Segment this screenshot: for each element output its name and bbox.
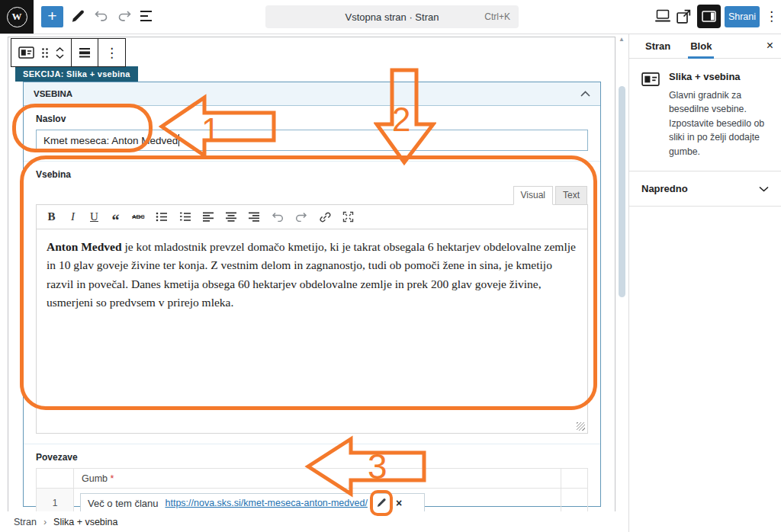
block-card: Slika + vsebina Glavni gradnik za besedi… [629,59,781,171]
align-icon [79,46,91,59]
align-center-icon [226,212,237,223]
advanced-panel-toggle[interactable]: Napredno [629,171,781,207]
scroll-up-arrow[interactable]: ▲ [619,36,625,43]
external-link-icon [677,9,691,24]
align-center-button[interactable] [226,212,237,223]
tab-text[interactable]: Text [555,186,587,205]
vsebina-panel-header[interactable]: VSEBINA [24,82,600,106]
panel-title: VSEBINA [34,89,72,98]
redo-icon [116,8,133,23]
tab-blok[interactable]: Blok [680,34,722,58]
tab-visual[interactable]: Visual [513,186,553,205]
block-switcher-button[interactable] [18,46,34,59]
block-card-description: Glavni gradnik za besedilne vsebine. Izp… [669,88,769,159]
align-left-icon [203,212,214,223]
drag-handle[interactable] [41,47,49,59]
pencil-icon [70,9,85,24]
bold-button[interactable]: B [47,210,56,223]
chevron-down-icon [759,186,769,192]
content-rest: je kot mladostnik prevzel domačo kmetijo… [47,240,576,309]
link-value-box[interactable]: Več o tem članu https://nova.sks.si/kmet… [80,493,425,513]
blockquote-button[interactable]: “ [111,216,121,224]
tab-stran[interactable]: Stran [635,34,680,58]
undo-icon [272,212,284,222]
gumb-header-label: Gumb [82,473,108,484]
settings-sidebar: Stran Blok × Slika + vsebina Glavni grad… [628,34,781,532]
text-cursor [178,134,179,146]
align-button[interactable] [79,46,91,59]
save-button[interactable]: Shrani [725,6,760,27]
povezave-label: Povezave [36,452,588,463]
preview-button[interactable] [654,9,671,24]
breadcrumb-stran[interactable]: Stran [14,517,37,527]
vsebina-label: Vsebina [36,169,588,180]
rte-content-area[interactable]: Anton Medved je kot mladostnik prevzel d… [36,229,588,434]
breadcrumb-current: Slika + vsebina [53,517,117,527]
naslov-field: Naslov Kmet meseca: Anton Medved [24,106,600,162]
block-options-button[interactable]: ⋮ [105,45,118,61]
align-right-icon [249,212,260,223]
align-left-button[interactable] [203,212,214,223]
undo-icon [93,8,110,23]
fullscreen-button[interactable] [342,211,354,223]
move-up-button[interactable] [56,47,64,52]
content-paragraph: Anton Medved je kot mladostnik prevzel d… [47,238,577,312]
row-actions-header [561,469,588,489]
wordpress-logo[interactable]: W [0,0,34,34]
block-toolbar: ⋮ [11,38,126,67]
close-sidebar-button[interactable]: × [767,40,773,52]
chevron-up-icon [56,47,64,52]
block-toolbar-align-group [71,39,98,66]
block-inserter-button[interactable]: + [41,6,63,27]
command-palette-shortcut: Ctrl+K [484,11,510,22]
section-tag: SEKCIJA: Slika + vsebina [15,66,138,82]
naslov-value: Kmet meseca: Anton Medved [43,135,178,146]
block-toolbar-options-group: ⋮ [98,39,125,66]
breadcrumb: Stran › Slika + vsebina [0,511,628,532]
advanced-label: Napredno [641,183,688,194]
chevron-down-icon [56,54,64,59]
bulleted-list-button[interactable] [156,212,168,222]
laptop-icon [654,9,671,24]
redo-rte-button[interactable] [295,212,307,222]
edit-link-button[interactable] [374,498,388,508]
list-view-button[interactable] [140,10,154,23]
document-title: Vstopna stran · Stran [346,11,439,23]
breadcrumb-separator: › [43,517,47,527]
italic-button[interactable]: I [68,210,78,223]
link-title: Več o tem članu [88,498,159,509]
numbered-list-icon [179,212,191,222]
sidebar-tabs: Stran Blok × [629,34,781,59]
scrollbar-thumb[interactable] [619,86,625,297]
pencil-icon [376,498,387,508]
links-table-header-row: Gumb * [37,469,588,489]
options-menu-button[interactable]: ⋮ [765,8,778,24]
content-lead: Anton Medved [47,240,122,253]
strikethrough-button[interactable]: ABC [132,213,144,220]
settings-sidebar-toggle[interactable] [697,5,721,28]
wordpress-editor-window: W + Vstopna stran · Stran [0,0,781,532]
redo-icon [295,212,307,222]
view-page-button[interactable] [677,9,691,24]
link-url[interactable]: https://nova.sks.si/kmet-meseca-anton-me… [166,498,368,508]
fullscreen-icon [342,211,354,223]
numbered-list-button[interactable] [179,212,191,222]
move-down-button[interactable] [56,54,64,59]
list-view-icon [140,10,154,23]
naslov-input[interactable]: Kmet meseca: Anton Medved [36,130,588,151]
block-card-text: Slika + vsebina Glavni gradnik za besedi… [669,69,769,159]
underline-button[interactable]: U [89,210,99,223]
undo-rte-button[interactable] [272,212,284,222]
remove-link-button[interactable]: × [396,497,402,509]
rte-toolbar: B I U “ ABC [36,204,588,229]
resize-handle[interactable] [577,422,585,431]
canvas-scrollbar: ▲ ▼ [617,34,628,519]
link-button[interactable] [319,211,331,223]
align-right-button[interactable] [249,212,260,223]
redo-button[interactable] [116,8,133,23]
edit-tool-button[interactable] [70,9,85,24]
command-palette-button[interactable]: Vstopna stran · Stran Ctrl+K [265,5,519,28]
undo-button[interactable] [93,8,110,23]
drag-dots-icon [41,47,49,59]
top-toolbar: W + Vstopna stran · Stran [0,0,781,34]
